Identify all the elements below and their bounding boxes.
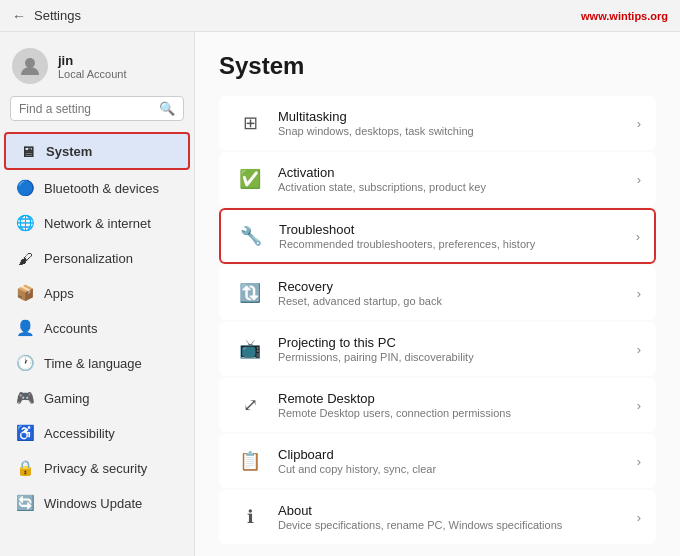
settings-list: ⊞ Multitasking Snap windows, desktops, t…: [219, 96, 656, 544]
settings-desc-remote-desktop: Remote Desktop users, connection permiss…: [278, 407, 637, 419]
settings-icon-remote-desktop: ⤢: [234, 389, 266, 421]
nav-icon-gaming: 🎮: [16, 389, 34, 407]
search-input[interactable]: [19, 102, 153, 116]
nav-label-gaming: Gaming: [44, 391, 90, 406]
settings-icon-recovery: 🔃: [234, 277, 266, 309]
window-title: Settings: [34, 8, 81, 23]
settings-item-recovery[interactable]: 🔃 Recovery Reset, advanced startup, go b…: [219, 266, 656, 320]
nav-label-network: Network & internet: [44, 216, 151, 231]
sidebar-item-bluetooth[interactable]: 🔵 Bluetooth & devices: [4, 171, 190, 205]
settings-item-about[interactable]: ℹ About Device specifications, rename PC…: [219, 490, 656, 544]
chevron-icon-activation: ›: [637, 172, 641, 187]
settings-title-projecting: Projecting to this PC: [278, 335, 637, 350]
search-icon: 🔍: [159, 101, 175, 116]
settings-desc-about: Device specifications, rename PC, Window…: [278, 519, 637, 531]
chevron-icon-recovery: ›: [637, 286, 641, 301]
settings-icon-troubleshoot: 🔧: [235, 220, 267, 252]
chevron-icon-about: ›: [637, 510, 641, 525]
chevron-icon-remote-desktop: ›: [637, 398, 641, 413]
settings-desc-troubleshoot: Recommended troubleshooters, preferences…: [279, 238, 636, 250]
settings-title-recovery: Recovery: [278, 279, 637, 294]
settings-title-troubleshoot: Troubleshoot: [279, 222, 636, 237]
content-area: System ⊞ Multitasking Snap windows, desk…: [195, 32, 680, 556]
sidebar-item-time[interactable]: 🕐 Time & language: [4, 346, 190, 380]
settings-item-activation[interactable]: ✅ Activation Activation state, subscript…: [219, 152, 656, 206]
settings-icon-projecting: 📺: [234, 333, 266, 365]
page-title: System: [219, 52, 656, 80]
settings-item-multitasking[interactable]: ⊞ Multitasking Snap windows, desktops, t…: [219, 96, 656, 150]
chevron-icon-projecting: ›: [637, 342, 641, 357]
nav-label-apps: Apps: [44, 286, 74, 301]
settings-icon-multitasking: ⊞: [234, 107, 266, 139]
sidebar-item-system[interactable]: 🖥 System: [4, 132, 190, 170]
settings-title-remote-desktop: Remote Desktop: [278, 391, 637, 406]
chevron-icon-multitasking: ›: [637, 116, 641, 131]
nav-label-system: System: [46, 144, 92, 159]
nav-icon-bluetooth: 🔵: [16, 179, 34, 197]
sidebar: jin Local Account 🔍 🖥 System 🔵 Bluetooth…: [0, 32, 195, 556]
settings-item-projecting[interactable]: 📺 Projecting to this PC Permissions, pai…: [219, 322, 656, 376]
search-box[interactable]: 🔍: [10, 96, 184, 121]
nav-label-bluetooth: Bluetooth & devices: [44, 181, 159, 196]
chevron-icon-troubleshoot: ›: [636, 229, 640, 244]
settings-title-clipboard: Clipboard: [278, 447, 637, 462]
settings-icon-clipboard: 📋: [234, 445, 266, 477]
settings-title-about: About: [278, 503, 637, 518]
nav-icon-system: 🖥: [18, 142, 36, 160]
nav-icon-time: 🕐: [16, 354, 34, 372]
nav-icon-network: 🌐: [16, 214, 34, 232]
sidebar-item-personalization[interactable]: 🖌 Personalization: [4, 241, 190, 275]
avatar: [12, 48, 48, 84]
nav-icon-privacy: 🔒: [16, 459, 34, 477]
settings-desc-clipboard: Cut and copy history, sync, clear: [278, 463, 637, 475]
watermark: www.wintips.org: [581, 10, 668, 22]
sidebar-item-accounts[interactable]: 👤 Accounts: [4, 311, 190, 345]
nav-label-personalization: Personalization: [44, 251, 133, 266]
settings-desc-multitasking: Snap windows, desktops, task switching: [278, 125, 637, 137]
back-button[interactable]: ←: [12, 8, 26, 24]
main-container: jin Local Account 🔍 🖥 System 🔵 Bluetooth…: [0, 32, 680, 556]
nav-label-update: Windows Update: [44, 496, 142, 511]
settings-title-multitasking: Multitasking: [278, 109, 637, 124]
settings-icon-about: ℹ: [234, 501, 266, 533]
sidebar-item-privacy[interactable]: 🔒 Privacy & security: [4, 451, 190, 485]
user-section: jin Local Account: [0, 32, 194, 96]
settings-desc-projecting: Permissions, pairing PIN, discoverabilit…: [278, 351, 637, 363]
nav-icon-apps: 📦: [16, 284, 34, 302]
sidebar-item-network[interactable]: 🌐 Network & internet: [4, 206, 190, 240]
settings-desc-activation: Activation state, subscriptions, product…: [278, 181, 637, 193]
nav-icon-personalization: 🖌: [16, 249, 34, 267]
svg-point-0: [25, 58, 35, 68]
settings-icon-activation: ✅: [234, 163, 266, 195]
user-name: jin: [58, 53, 127, 68]
nav-label-privacy: Privacy & security: [44, 461, 147, 476]
chevron-icon-clipboard: ›: [637, 454, 641, 469]
settings-item-remote-desktop[interactable]: ⤢ Remote Desktop Remote Desktop users, c…: [219, 378, 656, 432]
sidebar-item-update[interactable]: 🔄 Windows Update: [4, 486, 190, 520]
nav-label-time: Time & language: [44, 356, 142, 371]
nav-list: 🖥 System 🔵 Bluetooth & devices 🌐 Network…: [0, 131, 194, 521]
sidebar-item-gaming[interactable]: 🎮 Gaming: [4, 381, 190, 415]
settings-item-troubleshoot[interactable]: 🔧 Troubleshoot Recommended troubleshoote…: [219, 208, 656, 264]
nav-icon-accounts: 👤: [16, 319, 34, 337]
nav-label-accounts: Accounts: [44, 321, 97, 336]
nav-label-accessibility: Accessibility: [44, 426, 115, 441]
nav-icon-accessibility: ♿: [16, 424, 34, 442]
user-info: jin Local Account: [58, 53, 127, 80]
user-account-type: Local Account: [58, 68, 127, 80]
settings-item-clipboard[interactable]: 📋 Clipboard Cut and copy history, sync, …: [219, 434, 656, 488]
sidebar-item-apps[interactable]: 📦 Apps: [4, 276, 190, 310]
sidebar-item-accessibility[interactable]: ♿ Accessibility: [4, 416, 190, 450]
settings-desc-recovery: Reset, advanced startup, go back: [278, 295, 637, 307]
title-bar: ← Settings www.wintips.org: [0, 0, 680, 32]
nav-icon-update: 🔄: [16, 494, 34, 512]
settings-title-activation: Activation: [278, 165, 637, 180]
